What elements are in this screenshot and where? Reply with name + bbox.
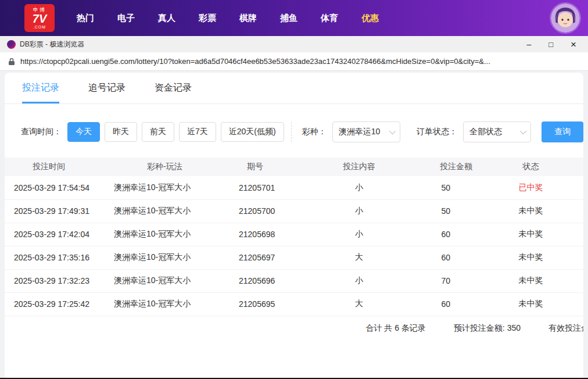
close-button[interactable]: × bbox=[571, 40, 576, 49]
avatar-image bbox=[551, 3, 580, 33]
cell-status: 未中奖 bbox=[478, 246, 583, 269]
cell-bet-time: 2025-03-29 17:54:54 bbox=[5, 176, 109, 199]
nav-item-lottery[interactable]: 彩票 bbox=[199, 13, 216, 24]
maximize-button[interactable]: □ bbox=[548, 41, 553, 48]
cell-game-play: 澳洲幸运10-冠军大小 bbox=[109, 269, 234, 292]
nav-item-electronic[interactable]: 电子 bbox=[117, 13, 135, 24]
main-nav: 热门 电子 真人 彩票 棋牌 捕鱼 体育 优惠 bbox=[77, 13, 379, 24]
table-header-row: 投注时间 彩种-玩法 期号 投注内容 投注金额 状态 bbox=[5, 158, 583, 176]
order-status-label: 订单状态： bbox=[417, 127, 457, 137]
filter-divider bbox=[291, 122, 292, 142]
url-text[interactable]: https://ctopcp02pcali.uengi5e.com/lotter… bbox=[20, 57, 490, 66]
filter-last7days-button[interactable]: 近7天 bbox=[179, 122, 216, 142]
status-badge: 未中奖 bbox=[519, 252, 543, 262]
lottery-type-value: 澳洲幸运10 bbox=[339, 127, 381, 137]
cell-bet-content: 大 bbox=[321, 292, 397, 316]
content-card: 投注记录 追号记录 资金记录 查询时间： 今天 昨天 前天 近7天 近20天(低… bbox=[5, 73, 583, 378]
address-bar[interactable]: https://ctopcp02pcali.uengi5e.com/lotter… bbox=[0, 52, 588, 71]
site-logo[interactable]: 申博 7V .COM bbox=[24, 4, 55, 32]
status-badge: 未中奖 bbox=[519, 206, 543, 215]
header-bet-time: 投注时间 bbox=[5, 158, 109, 176]
record-tabs: 投注记录 追号记录 资金记录 bbox=[5, 73, 583, 104]
cell-bet-content: 小 bbox=[321, 176, 397, 199]
status-badge: 已中奖 bbox=[519, 183, 543, 192]
nav-item-promotions[interactable]: 优惠 bbox=[361, 13, 379, 24]
cell-issue: 21205701 bbox=[234, 176, 321, 199]
cell-bet-time: 2025-03-29 17:32:23 bbox=[5, 269, 109, 292]
user-avatar[interactable] bbox=[551, 3, 580, 33]
table-row: 2025-03-29 17:54:54 澳洲幸运10-冠军大小 21205701… bbox=[5, 176, 583, 199]
cell-bet-content: 小 bbox=[321, 269, 397, 292]
time-filter-group: 今天 昨天 前天 近7天 近20天(低频) bbox=[67, 122, 284, 142]
order-status-select[interactable]: 全部状态 bbox=[463, 121, 531, 142]
cell-issue: 21205695 bbox=[234, 292, 321, 316]
status-badge: 未中奖 bbox=[519, 229, 543, 238]
filter-bar: 查询时间： 今天 昨天 前天 近7天 近20天(低频) 彩种： 澳洲幸运10 订… bbox=[21, 121, 583, 142]
cell-bet-content: 小 bbox=[321, 199, 397, 223]
filter-yesterday-button[interactable]: 昨天 bbox=[105, 122, 137, 142]
filter-day-before-button[interactable]: 前天 bbox=[142, 122, 174, 142]
table-row: 2025-03-29 17:35:16 澳洲幸运10-冠军大小 21205697… bbox=[5, 246, 583, 269]
nav-item-board-games[interactable]: 棋牌 bbox=[239, 13, 257, 24]
filter-today-button[interactable]: 今天 bbox=[67, 122, 100, 142]
tab-chase-records[interactable]: 追号记录 bbox=[88, 82, 126, 103]
summary-bar: 合计 共 6 条记录 预计投注金额: 350 有效投注金 bbox=[5, 316, 583, 341]
logo-bottom-text: .COM bbox=[33, 24, 46, 30]
nav-item-sports[interactable]: 体育 bbox=[321, 13, 338, 24]
status-badge: 未中奖 bbox=[519, 299, 543, 308]
cell-bet-amount: 60 bbox=[397, 223, 478, 246]
header-status: 状态 bbox=[478, 158, 583, 176]
cell-bet-amount: 50 bbox=[397, 176, 478, 199]
cell-bet-amount: 70 bbox=[397, 269, 478, 292]
cell-bet-content: 大 bbox=[321, 246, 397, 269]
cell-bet-time: 2025-03-29 17:49:31 bbox=[5, 199, 109, 223]
cell-game-play: 澳洲幸运10-冠军大小 bbox=[109, 223, 234, 246]
cell-game-play: 澳洲幸运10-冠军大小 bbox=[109, 246, 234, 269]
table-row: 2025-03-29 17:42:04 澳洲幸运10-冠军大小 21205698… bbox=[5, 223, 583, 246]
nav-item-live[interactable]: 真人 bbox=[158, 13, 175, 24]
cell-status: 未中奖 bbox=[478, 199, 583, 223]
table-row: 2025-03-29 17:49:31 澳洲幸运10-冠军大小 21205700… bbox=[5, 199, 583, 223]
cell-bet-time: 2025-03-29 17:42:04 bbox=[5, 223, 109, 246]
app-icon bbox=[7, 40, 16, 49]
nav-item-hot[interactable]: 热门 bbox=[77, 13, 94, 24]
nav-item-fishing[interactable]: 捕鱼 bbox=[280, 13, 297, 24]
cell-game-play: 澳洲幸运10-冠军大小 bbox=[109, 292, 234, 316]
summary-expected-amount: 预计投注金额: 350 bbox=[454, 323, 521, 334]
time-filter-label: 查询时间： bbox=[21, 127, 62, 137]
tab-bet-records[interactable]: 投注记录 bbox=[22, 82, 59, 103]
chevron-down-icon bbox=[520, 128, 526, 134]
window-controls: – □ × bbox=[526, 40, 581, 49]
header-issue: 期号 bbox=[234, 158, 321, 176]
window-titlebar: DB彩票 - 极速浏览器 – □ × bbox=[0, 36, 588, 52]
header-game-play: 彩种-玩法 bbox=[109, 158, 234, 176]
cell-game-play: 澳洲幸运10-冠军大小 bbox=[109, 199, 234, 223]
filter-last20days-button[interactable]: 近20天(低频) bbox=[221, 122, 284, 142]
cell-issue: 21205698 bbox=[234, 223, 321, 246]
cell-status: 已中奖 bbox=[478, 176, 583, 199]
lock-icon bbox=[8, 58, 15, 66]
cell-issue: 21205696 bbox=[234, 269, 321, 292]
bet-records-table: 投注时间 彩种-玩法 期号 投注内容 投注金额 状态 2025-03-29 17… bbox=[5, 158, 583, 316]
lottery-type-select[interactable]: 澳洲幸运10 bbox=[332, 121, 400, 142]
cell-bet-time: 2025-03-29 17:35:16 bbox=[5, 246, 109, 269]
cell-status: 未中奖 bbox=[478, 269, 583, 292]
cell-game-play: 澳洲幸运10-冠军大小 bbox=[109, 176, 234, 199]
order-status-value: 全部状态 bbox=[469, 127, 502, 137]
lottery-type-label: 彩种： bbox=[302, 127, 327, 137]
minimize-button[interactable]: – bbox=[526, 40, 531, 48]
cell-issue: 21205700 bbox=[234, 199, 321, 223]
table-row: 2025-03-29 17:25:42 澳洲幸运10-冠军大小 21205695… bbox=[5, 292, 583, 316]
window-title: DB彩票 - 极速浏览器 bbox=[20, 40, 526, 49]
header-bet-amount: 投注金额 bbox=[397, 158, 478, 176]
summary-total: 合计 共 6 条记录 bbox=[365, 323, 425, 334]
tab-funds-records[interactable]: 资金记录 bbox=[155, 82, 192, 103]
header-bet-content: 投注内容 bbox=[321, 158, 397, 176]
chevron-down-icon bbox=[389, 128, 396, 134]
cell-bet-amount: 60 bbox=[397, 246, 478, 269]
cell-bet-amount: 50 bbox=[397, 199, 478, 223]
cell-bet-amount: 60 bbox=[397, 292, 478, 316]
table-row: 2025-03-29 17:32:23 澳洲幸运10-冠军大小 21205696… bbox=[5, 269, 583, 292]
search-button[interactable]: 查询 bbox=[542, 121, 583, 142]
cell-status: 未中奖 bbox=[478, 292, 583, 316]
